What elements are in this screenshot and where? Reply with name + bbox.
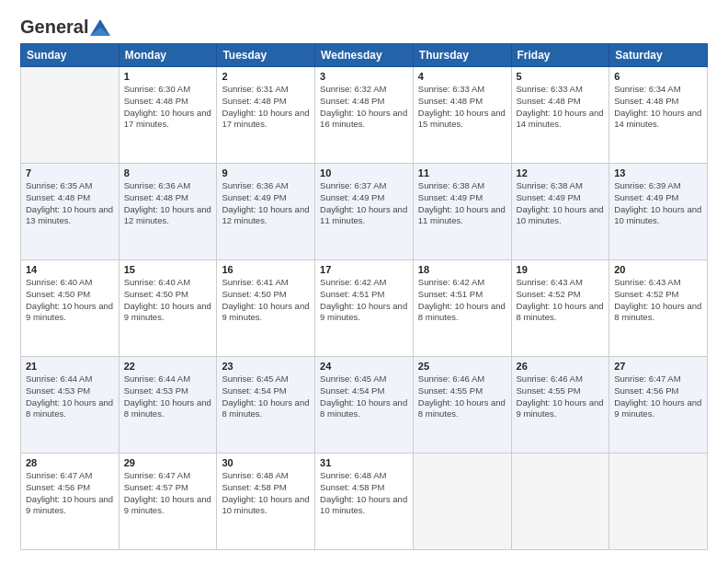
- daylight-label: Daylight: 10 hours and 12 minutes.: [124, 204, 211, 226]
- sunrise-label: Sunrise: 6:33 AM: [517, 84, 583, 94]
- sunrise-label: Sunrise: 6:41 AM: [222, 277, 288, 287]
- calendar-header-sunday: Sunday: [21, 44, 119, 67]
- day-info: Sunrise: 6:33 AM Sunset: 4:48 PM Dayligh…: [418, 84, 506, 131]
- calendar-cell: 16 Sunrise: 6:41 AM Sunset: 4:50 PM Dayl…: [217, 260, 315, 357]
- calendar-cell: 13 Sunrise: 6:39 AM Sunset: 4:49 PM Dayl…: [609, 164, 708, 260]
- daylight-label: Daylight: 10 hours and 10 minutes.: [222, 494, 309, 516]
- calendar-week-row: 28 Sunrise: 6:47 AM Sunset: 4:56 PM Dayl…: [21, 454, 708, 550]
- sunrise-label: Sunrise: 6:36 AM: [124, 180, 190, 190]
- logo: General: [20, 17, 110, 34]
- calendar-week-row: 14 Sunrise: 6:40 AM Sunset: 4:50 PM Dayl…: [21, 260, 708, 357]
- day-number: 16: [222, 264, 310, 275]
- calendar-week-row: 7 Sunrise: 6:35 AM Sunset: 4:48 PM Dayli…: [21, 164, 708, 260]
- sunset-label: Sunset: 4:51 PM: [418, 289, 483, 299]
- calendar-cell: 8 Sunrise: 6:36 AM Sunset: 4:48 PM Dayli…: [119, 164, 217, 260]
- calendar-cell: 11 Sunrise: 6:38 AM Sunset: 4:49 PM Dayl…: [413, 164, 511, 260]
- sunrise-label: Sunrise: 6:44 AM: [124, 373, 190, 384]
- daylight-label: Daylight: 10 hours and 10 minutes.: [320, 494, 407, 516]
- day-number: 17: [320, 264, 408, 275]
- day-info: Sunrise: 6:44 AM Sunset: 4:53 PM Dayligh…: [26, 373, 114, 420]
- calendar-table: SundayMondayTuesdayWednesdayThursdayFrid…: [20, 43, 708, 550]
- sunset-label: Sunset: 4:49 PM: [320, 192, 384, 202]
- calendar-cell: 15 Sunrise: 6:40 AM Sunset: 4:50 PM Dayl…: [119, 260, 217, 357]
- sunset-label: Sunset: 4:49 PM: [418, 192, 483, 202]
- calendar-cell: 14 Sunrise: 6:40 AM Sunset: 4:50 PM Dayl…: [21, 260, 119, 357]
- sunset-label: Sunset: 4:53 PM: [26, 385, 90, 396]
- calendar-cell: 10 Sunrise: 6:37 AM Sunset: 4:49 PM Dayl…: [315, 164, 414, 260]
- day-number: 21: [26, 361, 114, 372]
- day-info: Sunrise: 6:33 AM Sunset: 4:48 PM Dayligh…: [517, 84, 605, 131]
- sunrise-label: Sunrise: 6:46 AM: [517, 373, 583, 384]
- sunset-label: Sunset: 4:50 PM: [222, 289, 286, 299]
- sunrise-label: Sunrise: 6:30 AM: [124, 84, 190, 94]
- calendar-cell: 31 Sunrise: 6:48 AM Sunset: 4:58 PM Dayl…: [315, 454, 414, 550]
- calendar-header-monday: Monday: [119, 44, 217, 67]
- calendar-cell: 19 Sunrise: 6:43 AM Sunset: 4:52 PM Dayl…: [511, 260, 609, 357]
- calendar-cell: 29 Sunrise: 6:47 AM Sunset: 4:57 PM Dayl…: [119, 454, 217, 550]
- day-info: Sunrise: 6:35 AM Sunset: 4:48 PM Dayligh…: [26, 180, 114, 227]
- daylight-label: Daylight: 10 hours and 14 minutes.: [517, 108, 604, 130]
- day-number: 14: [26, 264, 114, 275]
- daylight-label: Daylight: 10 hours and 9 minutes.: [124, 494, 211, 516]
- day-number: 7: [26, 167, 114, 178]
- day-info: Sunrise: 6:34 AM Sunset: 4:48 PM Dayligh…: [614, 84, 702, 131]
- day-number: 20: [614, 264, 702, 275]
- day-info: Sunrise: 6:39 AM Sunset: 4:49 PM Dayligh…: [614, 180, 702, 227]
- day-number: 25: [418, 361, 506, 372]
- sunset-label: Sunset: 4:48 PM: [320, 96, 384, 106]
- day-info: Sunrise: 6:48 AM Sunset: 4:58 PM Dayligh…: [222, 470, 310, 517]
- sunrise-label: Sunrise: 6:42 AM: [418, 277, 484, 287]
- daylight-label: Daylight: 10 hours and 9 minutes.: [614, 397, 701, 419]
- sunrise-label: Sunrise: 6:31 AM: [222, 84, 288, 94]
- calendar-cell: 27 Sunrise: 6:47 AM Sunset: 4:56 PM Dayl…: [609, 357, 708, 454]
- daylight-label: Daylight: 10 hours and 8 minutes.: [222, 397, 309, 419]
- calendar-cell: 7 Sunrise: 6:35 AM Sunset: 4:48 PM Dayli…: [21, 164, 119, 260]
- daylight-label: Daylight: 10 hours and 10 minutes.: [614, 204, 701, 226]
- daylight-label: Daylight: 10 hours and 8 minutes.: [418, 301, 506, 323]
- daylight-label: Daylight: 10 hours and 12 minutes.: [222, 204, 309, 226]
- calendar-cell: [511, 454, 609, 550]
- calendar-cell: 24 Sunrise: 6:45 AM Sunset: 4:54 PM Dayl…: [315, 357, 414, 454]
- sunset-label: Sunset: 4:49 PM: [517, 192, 581, 202]
- day-number: 15: [124, 264, 212, 275]
- sunset-label: Sunset: 4:48 PM: [418, 96, 483, 106]
- day-number: 3: [320, 71, 408, 82]
- day-number: 9: [222, 167, 310, 178]
- sunset-label: Sunset: 4:48 PM: [26, 192, 90, 202]
- calendar-cell: 3 Sunrise: 6:32 AM Sunset: 4:48 PM Dayli…: [315, 67, 414, 164]
- calendar-cell: [413, 454, 511, 550]
- day-info: Sunrise: 6:30 AM Sunset: 4:48 PM Dayligh…: [124, 84, 212, 131]
- sunrise-label: Sunrise: 6:35 AM: [26, 180, 92, 190]
- day-info: Sunrise: 6:38 AM Sunset: 4:49 PM Dayligh…: [517, 180, 605, 227]
- sunset-label: Sunset: 4:55 PM: [418, 385, 483, 396]
- daylight-label: Daylight: 10 hours and 8 minutes.: [320, 397, 407, 419]
- page: General SundayMondayTuesdayWednesdayThur…: [0, 0, 728, 563]
- day-number: 10: [320, 167, 408, 178]
- day-info: Sunrise: 6:42 AM Sunset: 4:51 PM Dayligh…: [418, 277, 506, 324]
- daylight-label: Daylight: 10 hours and 16 minutes.: [320, 108, 407, 130]
- sunset-label: Sunset: 4:58 PM: [320, 482, 384, 492]
- calendar-cell: 17 Sunrise: 6:42 AM Sunset: 4:51 PM Dayl…: [315, 260, 414, 357]
- day-info: Sunrise: 6:41 AM Sunset: 4:50 PM Dayligh…: [222, 277, 310, 324]
- day-number: 19: [517, 264, 605, 275]
- sunrise-label: Sunrise: 6:47 AM: [614, 373, 680, 384]
- day-info: Sunrise: 6:42 AM Sunset: 4:51 PM Dayligh…: [320, 277, 408, 324]
- day-info: Sunrise: 6:36 AM Sunset: 4:49 PM Dayligh…: [222, 180, 310, 227]
- day-number: 4: [418, 71, 506, 82]
- calendar-week-row: 21 Sunrise: 6:44 AM Sunset: 4:53 PM Dayl…: [21, 357, 708, 454]
- day-info: Sunrise: 6:47 AM Sunset: 4:56 PM Dayligh…: [614, 373, 702, 420]
- sunset-label: Sunset: 4:57 PM: [124, 482, 188, 492]
- daylight-label: Daylight: 10 hours and 9 minutes.: [26, 494, 113, 516]
- day-number: 28: [26, 457, 114, 468]
- sunrise-label: Sunrise: 6:37 AM: [320, 180, 386, 190]
- sunrise-label: Sunrise: 6:48 AM: [320, 470, 386, 480]
- logo-icon: [90, 19, 110, 36]
- sunset-label: Sunset: 4:49 PM: [222, 192, 286, 202]
- calendar-cell: 4 Sunrise: 6:33 AM Sunset: 4:48 PM Dayli…: [413, 67, 511, 164]
- daylight-label: Daylight: 10 hours and 9 minutes.: [26, 301, 113, 323]
- daylight-label: Daylight: 10 hours and 8 minutes.: [614, 301, 701, 323]
- day-info: Sunrise: 6:40 AM Sunset: 4:50 PM Dayligh…: [124, 277, 212, 324]
- sunset-label: Sunset: 4:54 PM: [222, 385, 286, 396]
- sunrise-label: Sunrise: 6:38 AM: [517, 180, 583, 190]
- daylight-label: Daylight: 10 hours and 13 minutes.: [26, 204, 113, 226]
